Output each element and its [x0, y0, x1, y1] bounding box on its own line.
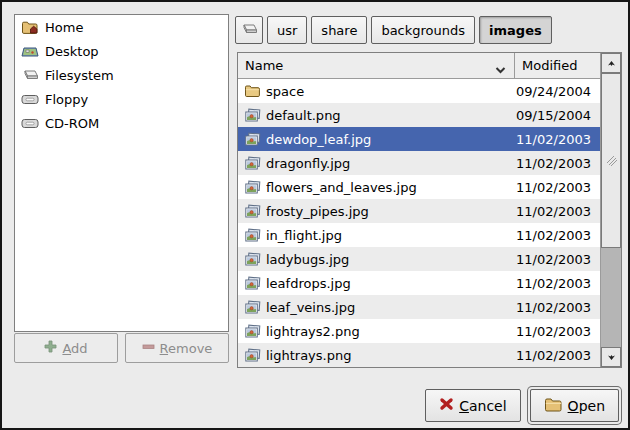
open-button-label: Open [568, 398, 605, 414]
remove-button[interactable]: Remove [125, 333, 229, 363]
remove-minus-icon [142, 340, 155, 356]
file-modified-date: 11/02/2003 [514, 204, 600, 219]
list-header: Name Modified [238, 53, 600, 79]
file-modified-date: 11/02/2003 [514, 252, 600, 267]
image-file-icon [243, 179, 261, 196]
file-modified-date: 09/15/2004 [514, 108, 600, 123]
home-icon [20, 18, 40, 36]
file-name: dragonfly.jpg [266, 156, 514, 171]
image-file-icon [243, 251, 261, 268]
sidebar-item-desktop[interactable]: Desktop [15, 39, 228, 63]
sidebar-item-home[interactable]: Home [15, 15, 228, 39]
file-modified-date: 11/02/2003 [514, 300, 600, 315]
places-list: HomeDesktopFilesystemFloppyCD-ROM [15, 15, 228, 135]
file-name: ladybugs.jpg [266, 252, 514, 267]
sidebar-item-cd-rom[interactable]: CD-ROM [15, 111, 228, 135]
file-row[interactable]: ladybugs.jpg11/02/2003 [238, 247, 600, 271]
file-row[interactable]: lightrays2.png11/02/2003 [238, 319, 600, 343]
file-row[interactable]: default.png09/15/2004 [238, 103, 600, 127]
column-header-modified-label: Modified [522, 58, 577, 73]
image-file-icon [243, 107, 261, 124]
path-button-images[interactable]: images [479, 16, 552, 44]
column-header-name-label: Name [245, 58, 283, 73]
desktop-icon [20, 42, 40, 60]
file-name: lightrays2.png [266, 324, 514, 339]
remove-button-label: Remove [160, 341, 213, 356]
image-file-icon [243, 155, 261, 172]
open-button[interactable]: Open [530, 389, 619, 422]
file-name: in_flight.jpg [266, 228, 514, 243]
path-bar: usrsharebackgroundsimages [235, 16, 552, 44]
filesystem-icon [240, 22, 258, 39]
file-row[interactable]: dewdop_leaf.jpg11/02/2003 [238, 127, 600, 151]
file-name: default.png [266, 108, 514, 123]
file-rows: space09/24/2004default.png09/15/2004dewd… [238, 79, 600, 367]
cancel-button-label: Cancel [459, 398, 506, 414]
path-button-usr[interactable]: usr [267, 16, 307, 44]
scroll-down-button[interactable] [601, 347, 621, 367]
file-row[interactable]: leaf_veins.jpg11/02/2003 [238, 295, 600, 319]
path-button-root[interactable] [235, 16, 263, 44]
file-row[interactable]: flowers_and_leaves.jpg11/02/2003 [238, 175, 600, 199]
arrow-down-icon [607, 354, 616, 361]
scrollbar-track[interactable] [601, 73, 621, 347]
file-row[interactable]: space09/24/2004 [238, 79, 600, 103]
image-file-icon [243, 227, 261, 244]
file-name: frosty_pipes.jpg [266, 204, 514, 219]
scrollbar-thumb[interactable] [601, 73, 621, 248]
file-row[interactable]: frosty_pipes.jpg11/02/2003 [238, 199, 600, 223]
path-button-label: usr [277, 23, 297, 38]
folder-icon [243, 83, 261, 100]
vertical-scrollbar [600, 53, 621, 367]
sidebar-item-label: Desktop [45, 44, 99, 59]
filesystem-icon [20, 66, 40, 84]
sidebar-item-label: Filesystem [45, 68, 114, 83]
file-row[interactable]: dragonfly.jpg11/02/2003 [238, 151, 600, 175]
dialog-actions: Cancel Open [425, 389, 619, 422]
sort-indicator-icon [495, 62, 506, 77]
add-button[interactable]: Add [14, 333, 118, 363]
column-header-modified[interactable]: Modified [514, 53, 600, 78]
file-row[interactable]: in_flight.jpg11/02/2003 [238, 223, 600, 247]
image-file-icon [243, 299, 261, 316]
path-button-share[interactable]: share [311, 16, 367, 44]
path-button-backgrounds[interactable]: backgrounds [371, 16, 475, 44]
file-modified-date: 11/02/2003 [514, 228, 600, 243]
sidebar-item-filesystem[interactable]: Filesystem [15, 63, 228, 87]
sidebar-item-label: Home [45, 20, 83, 35]
open-folder-icon [544, 397, 563, 415]
file-name: space [266, 84, 514, 99]
sidebar-item-label: Floppy [45, 92, 88, 107]
path-button-label: images [489, 23, 542, 38]
thumb-grip-icon [606, 155, 617, 166]
file-modified-date: 11/02/2003 [514, 276, 600, 291]
shortcut-actions: Add Remove [14, 333, 229, 363]
sidebar-item-floppy[interactable]: Floppy [15, 87, 228, 111]
file-modified-date: 11/02/2003 [514, 324, 600, 339]
column-header-name[interactable]: Name [238, 53, 514, 78]
image-file-icon [243, 347, 261, 364]
file-list-panel: Name Modified space09/24/2004default.png… [237, 52, 622, 368]
file-modified-date: 11/02/2003 [514, 156, 600, 171]
file-name: lightrays.png [266, 348, 514, 363]
file-name: dewdop_leaf.jpg [266, 132, 514, 147]
file-row[interactable]: leafdrops.jpg11/02/2003 [238, 271, 600, 295]
file-name: flowers_and_leaves.jpg [266, 180, 514, 195]
sidebar-item-label: CD-ROM [45, 116, 99, 131]
cdrom-drive-icon [20, 114, 40, 132]
path-button-label: share [321, 23, 357, 38]
file-modified-date: 11/02/2003 [514, 132, 600, 147]
places-sidebar: HomeDesktopFilesystemFloppyCD-ROM [14, 14, 229, 332]
file-name: leaf_veins.jpg [266, 300, 514, 315]
file-chooser-dialog: HomeDesktopFilesystemFloppyCD-ROM Add Re… [0, 0, 630, 430]
image-file-icon [243, 203, 261, 220]
file-modified-date: 11/02/2003 [514, 348, 600, 363]
scroll-up-button[interactable] [601, 53, 621, 73]
file-modified-date: 09/24/2004 [514, 84, 600, 99]
path-button-label: backgrounds [381, 23, 465, 38]
file-row[interactable]: lightrays.png11/02/2003 [238, 343, 600, 367]
add-button-label: Add [62, 341, 87, 356]
file-name: leafdrops.jpg [266, 276, 514, 291]
cancel-button[interactable]: Cancel [425, 389, 520, 422]
add-plus-icon [44, 340, 57, 356]
